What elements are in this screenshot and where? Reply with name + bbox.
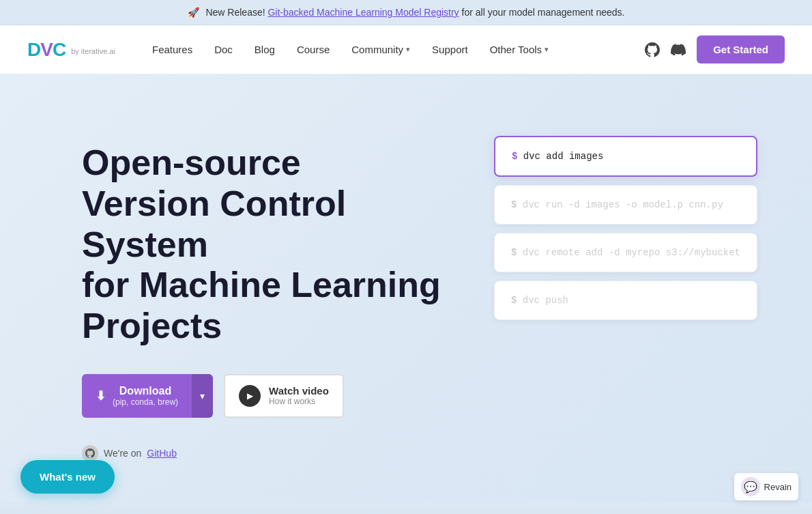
announcement-bar: 🚀 New Release! Git-backed Machine Learni… bbox=[0, 0, 812, 25]
download-button[interactable]: ⬇ Download (pip, conda, brew) bbox=[82, 374, 192, 418]
nav-community[interactable]: Community ▾ bbox=[342, 38, 420, 61]
nav-icons bbox=[645, 42, 686, 57]
terminal-prompt-2: $ bbox=[511, 199, 517, 210]
hero-left: Open-source Version Control System for M… bbox=[82, 129, 464, 461]
nav-features[interactable]: Features bbox=[143, 38, 202, 61]
download-label: Download (pip, conda, brew) bbox=[113, 385, 178, 407]
chevron-down-icon-download: ▾ bbox=[200, 390, 205, 401]
hero-title: Open-source Version Control System for M… bbox=[82, 143, 464, 347]
rocket-icon: 🚀 bbox=[188, 7, 199, 18]
navbar: DVC by iterative.ai Features Doc Blog Co… bbox=[0, 25, 812, 74]
nav-support[interactable]: Support bbox=[422, 38, 478, 61]
revain-badge: 💬 Revain bbox=[734, 473, 798, 500]
chevron-down-icon: ▾ bbox=[406, 45, 410, 54]
learn-more-section: ↓ Learn more bbox=[0, 502, 812, 514]
download-icon: ⬇ bbox=[96, 388, 106, 403]
nav-doc[interactable]: Doc bbox=[205, 38, 242, 61]
terminal-prompt-1: $ bbox=[512, 151, 517, 162]
watch-video-text: Watch video How it works bbox=[269, 385, 329, 406]
revain-label: Revain bbox=[764, 482, 792, 492]
terminal-prompt-3: $ bbox=[511, 247, 517, 258]
terminal-area: $ dvc add images $ dvc run -d images -o … bbox=[494, 129, 757, 320]
download-button-group: ⬇ Download (pip, conda, brew) ▾ bbox=[82, 374, 213, 418]
nav-links: Features Doc Blog Course Community ▾ Sup… bbox=[143, 38, 645, 61]
nav-other-tools[interactable]: Other Tools ▾ bbox=[480, 38, 558, 61]
announcement-text-before: New Release! bbox=[205, 7, 265, 18]
github-icon[interactable] bbox=[645, 42, 660, 57]
play-icon: ▶ bbox=[239, 385, 261, 407]
logo[interactable]: DVC by iterative.ai bbox=[27, 39, 115, 61]
hero-buttons: ⬇ Download (pip, conda, brew) ▾ ▶ Watch … bbox=[82, 374, 464, 418]
github-icon-small bbox=[82, 445, 98, 461]
announcement-text-after: for all your model management needs. bbox=[462, 7, 625, 18]
watch-video-button[interactable]: ▶ Watch video How it works bbox=[224, 374, 344, 418]
download-dropdown-button[interactable]: ▾ bbox=[192, 374, 213, 418]
github-badge-text: We're on bbox=[104, 448, 141, 459]
get-started-button[interactable]: Get Started bbox=[697, 35, 785, 63]
revain-icon: 💬 bbox=[741, 477, 760, 496]
chevron-down-icon-tools: ▾ bbox=[545, 45, 549, 54]
logo-text: DVC bbox=[27, 39, 66, 61]
logo-byline: by iterative.ai bbox=[71, 47, 115, 55]
terminal-card-4: $ dvc push bbox=[494, 281, 757, 320]
terminal-prompt-4: $ bbox=[511, 295, 517, 306]
github-link[interactable]: GitHub bbox=[147, 448, 177, 459]
nav-blog[interactable]: Blog bbox=[245, 38, 285, 61]
terminal-card-1: $ dvc add images bbox=[494, 136, 757, 177]
announcement-link[interactable]: Git-backed Machine Learning Model Regist… bbox=[267, 7, 459, 18]
nav-course[interactable]: Course bbox=[287, 38, 339, 61]
whats-new-button[interactable]: What's new bbox=[20, 460, 115, 494]
terminal-card-2: $ dvc run -d images -o model.p cnn.py bbox=[494, 185, 757, 225]
github-badge: We're on GitHub bbox=[82, 445, 464, 461]
hero-section: Open-source Version Control System for M… bbox=[0, 74, 812, 502]
terminal-card-3: $ dvc remote add -d myrepo s3://mybucket bbox=[494, 233, 757, 272]
discord-icon[interactable] bbox=[671, 42, 686, 57]
